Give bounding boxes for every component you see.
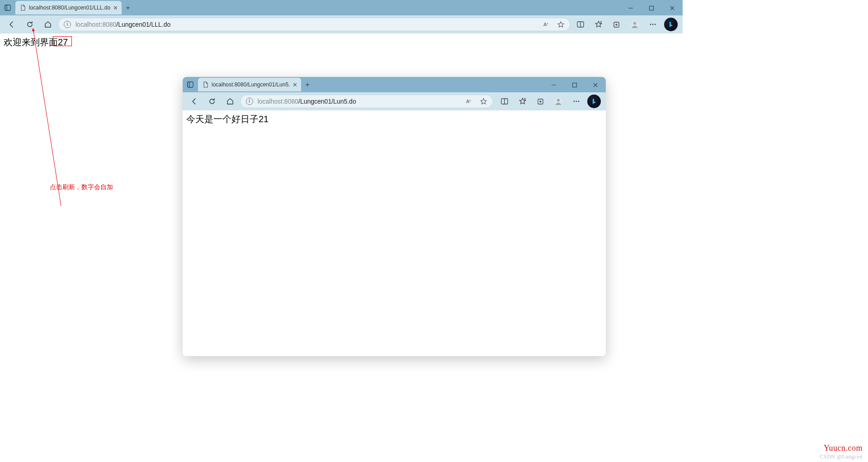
profile-icon[interactable] [627,17,643,32]
svg-rect-0 [5,5,10,10]
favorites-icon[interactable] [590,17,607,32]
bing-icon [664,18,678,31]
more-icon[interactable] [645,17,661,32]
main-window-controls [620,1,683,15]
back-button[interactable] [4,17,20,32]
close-tab-icon[interactable]: ✕ [292,81,297,88]
highlight-box [53,36,72,46]
tab-actions-button[interactable] [0,0,15,15]
svg-point-17 [650,24,651,25]
svg-rect-21 [188,82,193,87]
maximize-button[interactable] [641,1,662,15]
refresh-button[interactable] [22,17,38,32]
secondary-url-text: localhost:8080/Lungcen01/Lun5.do [258,98,356,105]
split-screen-icon[interactable] [572,17,589,32]
refresh-button[interactable] [204,94,221,109]
collections-icon[interactable] [533,94,549,109]
svg-rect-1 [5,5,7,10]
secondary-page-text: 今天是一个好日子21 [186,114,269,124]
svg-point-16 [633,22,636,25]
watermark-csdn: CSDN @Lungcen [820,453,863,460]
read-aloud-icon[interactable]: A» [542,20,551,29]
back-button[interactable] [186,94,203,109]
svg-point-37 [557,99,560,102]
titlebar-left: localhost:8080/Lungcen01/Lun5. ✕ ＋ [183,77,314,92]
secondary-window-controls [543,78,606,92]
home-button[interactable] [40,17,56,32]
secondary-titlebar: localhost:8080/Lungcen01/Lun5. ✕ ＋ [183,77,606,92]
main-titlebar: localhost:8080/Lungcen01/LLL.do ✕ ＋ [0,0,683,15]
svg-text:»: » [547,22,548,25]
svg-rect-22 [188,82,189,87]
minimize-button[interactable] [620,1,641,15]
favorites-icon[interactable] [514,94,531,109]
svg-point-38 [573,101,575,102]
favorite-icon[interactable] [557,21,565,29]
secondary-toolbar: i localhost:8080/Lungcen01/Lun5.do A» [183,92,606,110]
svg-rect-24 [573,83,577,87]
favorite-icon[interactable] [480,98,487,105]
titlebar-left: localhost:8080/Lungcen01/LLL.do ✕ ＋ [0,0,134,15]
bing-button[interactable] [586,94,603,109]
home-button[interactable] [222,94,238,109]
addr-right-icons: A» [465,97,487,105]
read-aloud-icon[interactable]: A» [465,97,473,105]
addr-right-icons: A» [542,20,565,29]
svg-rect-3 [650,6,654,10]
svg-point-19 [655,24,656,25]
tab-actions-button[interactable] [183,77,198,92]
more-icon[interactable] [568,94,585,109]
secondary-page-content: 今天是一个好日子21 [183,110,606,356]
secondary-browser-window: localhost:8080/Lungcen01/Lun5. ✕ ＋ i loc… [183,77,606,356]
bing-icon [587,95,601,108]
close-tab-icon[interactable]: ✕ [113,5,118,11]
svg-point-40 [578,101,579,102]
site-info-icon[interactable]: i [64,21,71,28]
profile-icon[interactable] [550,94,566,109]
site-info-icon[interactable]: i [246,98,253,105]
main-address-bar[interactable]: i localhost:8080/Lungcen01/LLL.do A» [58,18,571,31]
svg-point-18 [652,24,654,25]
page-icon [203,81,209,88]
new-tab-button[interactable]: ＋ [122,1,134,14]
svg-text:»: » [469,99,471,102]
secondary-address-bar[interactable]: i localhost:8080/Lungcen01/Lun5.do A» [240,95,493,108]
minimize-button[interactable] [543,78,564,92]
bing-button[interactable] [663,17,679,32]
collections-icon[interactable] [609,17,625,32]
split-screen-icon[interactable] [497,94,513,109]
annotation-text: 点击刷新，数字会自加 [50,183,113,191]
close-window-button[interactable] [585,78,606,92]
main-tab[interactable]: localhost:8080/Lungcen01/LLL.do ✕ [15,1,122,14]
new-tab-button[interactable]: ＋ [301,78,314,91]
watermark-yuucn: Yuucn.com [824,443,863,453]
main-toolbar: i localhost:8080/Lungcen01/LLL.do A» [0,15,683,33]
svg-point-39 [576,101,577,102]
maximize-button[interactable] [564,78,585,92]
secondary-tab-title: localhost:8080/Lungcen01/Lun5. [212,81,290,88]
page-icon [20,5,26,11]
main-url-text: localhost:8080/Lungcen01/LLL.do [75,21,170,28]
close-window-button[interactable] [662,1,683,15]
secondary-tab[interactable]: localhost:8080/Lungcen01/Lun5. ✕ [198,78,301,91]
main-tab-title: localhost:8080/Lungcen01/LLL.do [29,5,110,11]
